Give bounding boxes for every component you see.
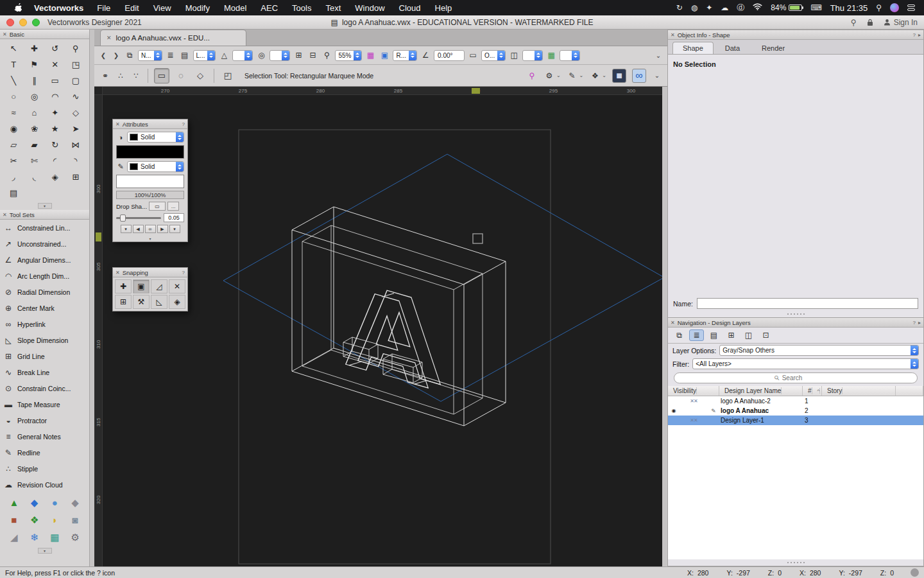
attr-prev-button[interactable]: ◀ <box>133 225 144 233</box>
offset-tool[interactable]: ◞ <box>3 169 24 185</box>
resize-tool[interactable]: ⊞ <box>65 169 86 185</box>
fillet-tool[interactable]: ◜ <box>45 153 65 169</box>
toolset-item[interactable]: ∿ Break Line <box>0 364 89 380</box>
nav-saved-views-icon[interactable]: ⊞ <box>724 329 739 341</box>
opacity-indicator[interactable]: 100%/100% <box>116 191 184 199</box>
grid-tools-icon[interactable]: ▦ <box>45 529 65 546</box>
attributes-palette[interactable]: ✕ Attributes ? ◑ Solid ✎ <box>112 119 188 242</box>
star-tool[interactable]: ★ <box>45 121 65 137</box>
menu-item[interactable]: Edit <box>117 3 146 13</box>
help-icon[interactable]: ? <box>182 121 185 127</box>
lock-icon[interactable] <box>867 19 873 26</box>
diamond-tool[interactable]: ◇ <box>65 105 86 121</box>
nav-sheet-layers-icon[interactable]: ▤ <box>706 329 721 341</box>
double-line-tool[interactable]: ∥ <box>24 73 44 89</box>
menu-item[interactable]: View <box>146 3 178 13</box>
menu-item[interactable]: File <box>90 3 117 13</box>
arrow-tool[interactable]: ➤ <box>65 121 86 137</box>
rectangle-tool[interactable]: ▭ <box>45 73 65 89</box>
chevron-down-icon[interactable]: ⌄ <box>602 73 606 78</box>
selection-tool[interactable]: ↖ <box>3 40 24 57</box>
table-header-row[interactable]: Visibility Design Layer Name #^ Story <box>668 386 923 396</box>
palette-resize-grip[interactable] <box>668 311 923 317</box>
arc-tool[interactable]: ◠ <box>45 89 65 105</box>
parallelogram-tool[interactable]: ▰ <box>24 137 44 153</box>
help-icon[interactable]: ? <box>913 32 916 38</box>
masonry-tools-icon[interactable]: ■ <box>4 511 24 529</box>
stepper-icon[interactable] <box>154 50 162 61</box>
view-target-icon[interactable]: ◎ <box>255 49 267 61</box>
class-stack-icon[interactable]: ≣ <box>165 49 176 61</box>
text-tool[interactable]: T <box>3 57 24 73</box>
fill-style-dropdown[interactable]: Solid <box>127 132 184 143</box>
zoom-level-dropdown[interactable]: 55% <box>335 50 362 61</box>
spiral-tool[interactable]: ◉ <box>3 121 24 137</box>
snapping-palette[interactable]: ✕ Snapping ? ✚▣◿✕⊞⚒◺◈ <box>112 267 188 311</box>
freehand-tool[interactable]: ∿ <box>65 89 86 105</box>
toolbar2-overflow-chevron[interactable]: ⌄ <box>652 70 662 82</box>
snap-to-object-icon[interactable]: ▣ <box>133 279 150 293</box>
sphere-tools-icon[interactable]: ● <box>45 494 65 511</box>
menu-item[interactable]: Window <box>348 3 391 13</box>
layer-search-field[interactable]: ⚲ <box>674 372 918 383</box>
line-tool[interactable]: ╲ <box>3 73 24 89</box>
corner-mode-button[interactable]: ◰ <box>220 68 235 83</box>
drawing-canvas[interactable]: A A <box>94 87 662 566</box>
polyline-tool[interactable]: ≈ <box>3 105 24 121</box>
screen-icon[interactable]: ⧉ <box>124 49 135 61</box>
snap-to-distance-icon[interactable]: ⊞ <box>115 295 132 309</box>
landscape-tools-icon[interactable]: ❖ <box>24 511 45 529</box>
siri-icon[interactable] <box>890 3 899 12</box>
mirror-tool[interactable]: ⋈ <box>65 137 86 153</box>
toolset-item[interactable]: ◠ Arc Length Dim... <box>0 268 89 284</box>
close-icon[interactable]: ✕ <box>671 32 675 38</box>
trim-tool[interactable]: ✂ <box>3 153 24 169</box>
site-tools-icon[interactable]: ▲ <box>4 494 24 511</box>
toolset-item[interactable]: ⊞ Grid Line <box>0 348 89 364</box>
document-tab[interactable]: ✕ logo A Anahuac.vwx - EDU... <box>100 30 246 46</box>
toolset-item[interactable]: ☁ Revision Cloud <box>0 477 89 493</box>
pen-color-preview[interactable] <box>116 175 184 188</box>
control-center-icon[interactable] <box>907 4 915 11</box>
layer-row-selected[interactable]: ✕✕ Design Layer-1 3 <box>668 416 923 425</box>
battery-indicator[interactable]: 84% <box>771 3 802 12</box>
back-button[interactable]: ❮ <box>98 49 108 61</box>
stepper-icon[interactable] <box>176 161 184 172</box>
nav-viewports-icon[interactable]: ⊡ <box>758 329 773 341</box>
menu-bar-clock[interactable]: Thu 21:35 <box>830 3 868 13</box>
close-icon[interactable]: ✕ <box>3 31 7 37</box>
spotlight-icon[interactable]: ⚲ <box>876 3 882 12</box>
stepper-icon[interactable] <box>572 50 579 61</box>
polygon-tool[interactable]: ⌂ <box>24 105 44 121</box>
attr-dropdown-button[interactable]: ▾ <box>121 225 132 233</box>
panel-arrow-icon[interactable]: ▸ <box>918 32 921 38</box>
menu-item[interactable]: Help <box>428 3 459 13</box>
close-icon[interactable]: ✕ <box>116 270 120 276</box>
cross-tool[interactable]: ✕ <box>45 57 65 73</box>
flyover-tool[interactable]: ↺ <box>45 40 65 57</box>
basic-palette-collapse[interactable]: ▾ <box>38 203 52 209</box>
rotation-angle-field[interactable]: 0.00° <box>434 50 465 61</box>
toolset-item[interactable]: ⊘ Radial Dimension <box>0 284 89 300</box>
oval-tool[interactable]: ◎ <box>24 89 44 105</box>
working-plane-icon[interactable]: △ <box>218 49 230 61</box>
split-tool[interactable]: ✄ <box>24 153 44 169</box>
toolset-item[interactable]: ▬ Tape Measure <box>0 396 89 412</box>
layer-options-dropdown[interactable]: Gray/Snap Others <box>719 345 919 356</box>
chisel-tools-icon[interactable]: ◢ <box>4 529 24 546</box>
cloud-icon[interactable]: ☁ <box>721 3 728 12</box>
visible-eye-icon[interactable]: ◉ <box>668 408 680 414</box>
rotate-tool[interactable]: ↻ <box>45 137 65 153</box>
render-mode-dropdown[interactable]: R... <box>393 50 417 61</box>
visibility-off-icon[interactable]: ✕✕ <box>680 398 708 404</box>
xray-glasses-toggle[interactable]: ∞ <box>632 69 646 83</box>
sparkle-icon[interactable]: ✦ <box>706 3 712 12</box>
ruler-icon[interactable]: ▭ <box>467 49 479 61</box>
stepper-icon[interactable] <box>911 345 918 356</box>
menu-item[interactable]: Text <box>318 3 348 13</box>
pen-style-dropdown[interactable]: Solid <box>127 161 184 172</box>
toolsets-palette-collapse[interactable]: ▾ <box>38 548 52 554</box>
attribute-mapping-tool[interactable]: ◈ <box>45 169 65 185</box>
zoom-window-button[interactable] <box>32 19 40 26</box>
snap-to-working-plane-icon[interactable]: ◺ <box>151 295 167 309</box>
